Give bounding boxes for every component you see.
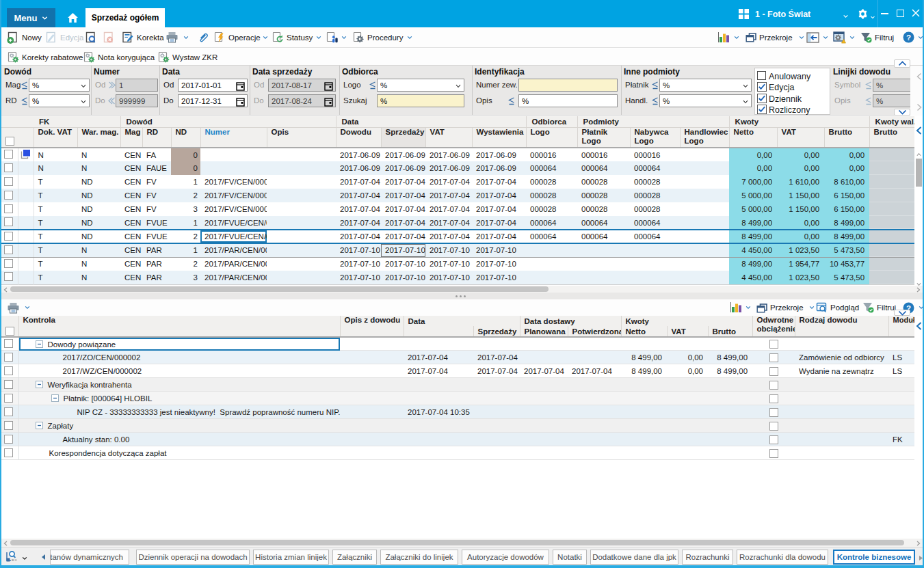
svg-text:?: ?	[906, 33, 911, 42]
